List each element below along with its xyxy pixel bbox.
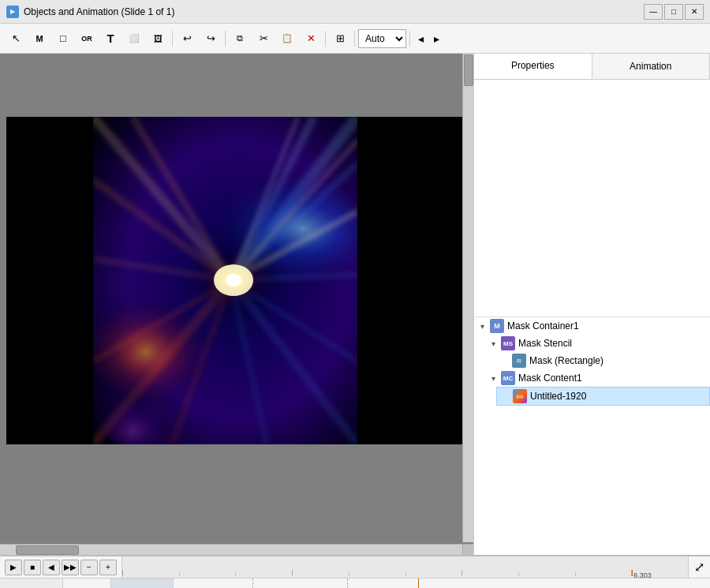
timeline-ruler: 6.303 [121, 556, 688, 578]
tab-properties[interactable]: Properties [474, 54, 592, 79]
track-area [0, 579, 710, 588]
timeline-time-marker: 6.303 [633, 571, 652, 578]
rewind-button[interactable]: ◀ [43, 560, 60, 575]
toolbar-separator-2 [225, 31, 226, 47]
vertical-scrollbar[interactable] [462, 54, 473, 542]
tree-label-mask-container: Mask Container1 [507, 320, 579, 331]
toolbar-separator-5 [409, 31, 410, 47]
plus-button[interactable]: + [99, 560, 117, 575]
scroll-corner [462, 544, 473, 555]
tree-item-mask-rect[interactable]: ▸ R Mask (Rectangle) [496, 352, 710, 369]
cut-button[interactable]: ✂ [252, 28, 275, 49]
track-divider-2 [347, 579, 348, 588]
tree-item-mask-stencil[interactable]: ▾ MS Mask Stencil [485, 335, 710, 352]
minus-button[interactable]: − [80, 560, 98, 575]
panel-tabs: Properties Animation [474, 54, 710, 80]
tree-toggle-mask-content[interactable]: ▾ [488, 373, 498, 383]
forward-button[interactable]: ▶▶ [62, 560, 79, 575]
tree-label-mask-rect: Mask (Rectangle) [529, 355, 604, 366]
tree-item-mask-content[interactable]: ▾ MC Mask Content1 [485, 369, 710, 387]
tree-label-untitled: Untitled-1920 [530, 391, 586, 402]
delete-button[interactable]: ✕ [300, 28, 322, 49]
grid-button[interactable]: ⊞ [329, 28, 351, 49]
photo-tool-button[interactable]: 🖼 [147, 28, 169, 49]
tree-icon-mask-container: M [490, 319, 504, 333]
tree-label-mask-stencil: Mask Stencil [518, 338, 572, 349]
title-bar-controls: — □ ✕ [644, 4, 704, 20]
tree-toggle-mask-container[interactable]: ▾ [477, 321, 487, 331]
tree-toggle-mask-stencil[interactable]: ▾ [488, 339, 498, 348]
rectangle-tool-button[interactable]: □ [52, 28, 74, 49]
ruler-marks: 6.303 [122, 556, 688, 578]
timeline-controls-row: ▶ ■ ◀ ▶▶ − + 6.303 [0, 556, 710, 579]
undo-button[interactable]: ↩ [176, 28, 198, 49]
toolbar: ↖ M □ OR T ⬜ 🖼 ↩ ↪ ⧉ ✂ 📋 ✕ ⊞ Auto 50% 75… [0, 24, 710, 54]
track-playhead [418, 579, 419, 588]
track-labels [0, 579, 63, 588]
title-bar-left: ▶ Objects and Animation (Slide 1 of 1) [6, 6, 174, 18]
timeline-section: ▶ ■ ◀ ▶▶ − + 6.303 [0, 555, 710, 588]
tree-item-mask-container[interactable]: ▾ M Mask Container1 [474, 317, 710, 335]
nav-prev-button[interactable]: ◂ [413, 28, 428, 49]
properties-area [474, 80, 710, 316]
image-tool-button[interactable]: ⬜ [123, 28, 145, 49]
panel-content: Image [474, 80, 710, 555]
text-tool-button[interactable]: T [99, 28, 121, 49]
slide-image-svg [93, 117, 357, 444]
right-panel: Properties Animation Image [473, 54, 710, 555]
toolbar-separator-3 [325, 31, 326, 47]
track-block [110, 579, 174, 588]
nav-next-button[interactable]: ▸ [429, 28, 443, 49]
tree-icon-mask-content: MC [501, 371, 515, 385]
zoom-select[interactable]: Auto 50% 75% 100% Fit [358, 29, 406, 48]
or-tool-button[interactable]: OR [76, 28, 98, 49]
track-divider-1 [252, 579, 253, 588]
title-bar: ▶ Objects and Animation (Slide 1 of 1) —… [0, 0, 710, 24]
tree-icon-mask-stencil: MS [501, 336, 515, 350]
app-icon: ▶ [6, 6, 19, 18]
close-button[interactable]: ✕ [685, 4, 704, 20]
maximize-button[interactable]: □ [664, 4, 683, 20]
redo-button[interactable]: ↪ [200, 28, 222, 49]
horizontal-scrollbar[interactable] [0, 544, 462, 555]
horizontal-scroll-thumb[interactable] [16, 545, 79, 555]
canvas-area [0, 54, 473, 555]
track-content [63, 579, 710, 588]
paste-button[interactable]: 📋 [276, 28, 298, 49]
tree-icon-mask-rect: R [512, 354, 526, 368]
svg-point-23 [226, 274, 241, 287]
slide-image-container[interactable] [93, 117, 357, 444]
m-tool-button[interactable]: M [28, 28, 50, 49]
tab-animation[interactable]: Animation [592, 54, 711, 79]
toolbar-separator-1 [172, 31, 173, 47]
copy-button[interactable]: ⧉ [229, 28, 251, 49]
tree-item-untitled[interactable]: ▸ Im Untitled-1920 [496, 387, 710, 406]
window-title: Objects and Animation (Slide 1 of 1) [24, 6, 174, 17]
minimize-button[interactable]: — [644, 4, 663, 20]
vertical-scroll-thumb[interactable] [464, 54, 473, 86]
object-tree: Image [474, 316, 710, 555]
main-area: Properties Animation Image [0, 54, 710, 555]
play-button[interactable]: ▶ [5, 560, 22, 575]
slide-viewport [6, 69, 462, 544]
move-icon[interactable]: ⤢ [688, 556, 710, 579]
pointer-tool-button[interactable]: ↖ [5, 28, 27, 49]
stop-button[interactable]: ■ [24, 560, 41, 575]
toolbar-separator-4 [354, 31, 355, 47]
tree-label-mask-content: Mask Content1 [518, 373, 582, 384]
tree-icon-untitled: Im [513, 389, 527, 403]
playback-controls: ▶ ■ ◀ ▶▶ − + [0, 560, 121, 575]
